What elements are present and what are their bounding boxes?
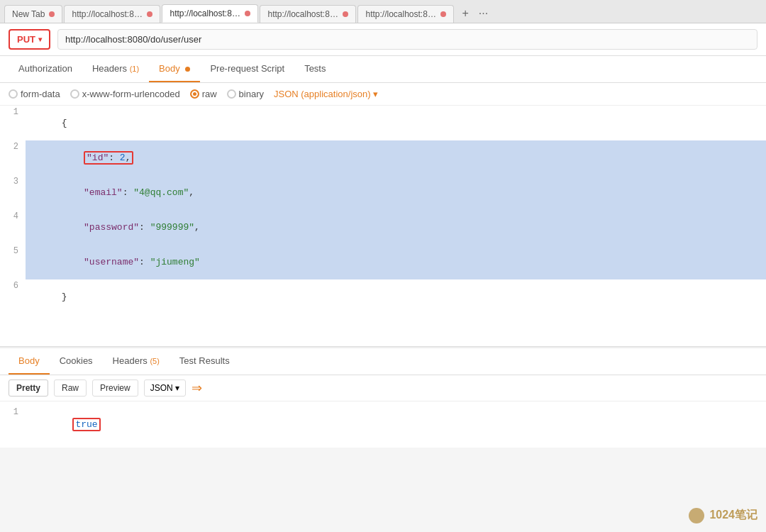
- preview-button[interactable]: Preview: [92, 379, 138, 397]
- code-line-5: 5 "username": "jiumeng": [0, 245, 766, 279]
- url-input[interactable]: [57, 29, 757, 50]
- key-id: "id": [87, 153, 109, 163]
- tab-dot-1: [147, 11, 152, 17]
- comma-3: ,: [189, 187, 194, 198]
- tab-3[interactable]: http://localhost:8080/: [260, 5, 356, 23]
- line-num-2: 2: [0, 140, 26, 152]
- line-content-4: "password": "999999",: [26, 210, 766, 245]
- indent-2: [62, 153, 84, 163]
- code-line-6: 6 }: [0, 279, 766, 314]
- tab-tests[interactable]: Tests: [294, 56, 335, 82]
- json-type-label: JSON (application/json): [274, 89, 371, 99]
- line-num-4: 4: [0, 210, 26, 221]
- tab-1[interactable]: http://localhost:8080/: [64, 5, 160, 23]
- browser-chrome: New Tab http://localhost:8080/ http://lo…: [0, 0, 766, 23]
- line-num-3: 3: [0, 175, 26, 187]
- resp-line-content-1: true: [26, 406, 766, 443]
- raw-button[interactable]: Raw: [54, 379, 87, 397]
- tab-prerequest-label: Pre-request Script: [210, 63, 284, 74]
- option-raw-label: raw: [202, 89, 217, 99]
- option-form-data[interactable]: form-data: [9, 89, 60, 99]
- tab-body-label: Body: [159, 63, 180, 74]
- pretty-button[interactable]: Pretty: [9, 379, 48, 397]
- option-binary-label: binary: [239, 89, 264, 99]
- body-options: form-data x-www-form-urlencoded raw bina…: [0, 83, 766, 106]
- request-tabs: Authorization Headers (1) Body Pre-reque…: [0, 56, 766, 83]
- code-editor[interactable]: 1 { 2 "id": 2, 3 "email": "4@qq.com", 4 …: [0, 106, 766, 347]
- tab-body-dot: [185, 67, 190, 72]
- tab-label-4: http://localhost:8080/: [365, 9, 436, 19]
- key-email: "email": [84, 187, 123, 198]
- option-urlencoded[interactable]: x-www-form-urlencoded: [70, 89, 180, 99]
- resp-tab-body[interactable]: Body: [9, 348, 50, 375]
- tab-authorization[interactable]: Authorization: [9, 56, 82, 82]
- save-response-icon[interactable]: ⇒: [192, 380, 202, 396]
- comma-4: ,: [194, 222, 200, 233]
- line-content-5: "username": "jiumeng": [26, 245, 766, 279]
- json-format-select[interactable]: JSON ▾: [144, 379, 186, 397]
- code-line-2: 2 "id": 2,: [0, 140, 766, 175]
- tab-authorization-label: Authorization: [18, 63, 72, 74]
- json-type-select[interactable]: JSON (application/json) ▾: [274, 89, 378, 99]
- radio-form-data: [9, 89, 18, 99]
- tab-new[interactable]: New Tab: [4, 5, 62, 23]
- resp-tab-cookies[interactable]: Cookies: [50, 348, 103, 375]
- tab-body[interactable]: Body: [149, 56, 200, 82]
- resp-tab-body-label: Body: [18, 355, 40, 366]
- option-form-data-label: form-data: [21, 89, 60, 99]
- colon-4: :: [139, 222, 150, 233]
- resp-tab-headers-badge: (5): [150, 357, 159, 365]
- id-box: "id": 2,: [84, 151, 133, 165]
- tab-headers[interactable]: Headers (1): [82, 56, 149, 82]
- response-tabs: Body Cookies Headers (5) Test Results: [0, 348, 766, 375]
- tab-4[interactable]: http://localhost:8080/: [357, 5, 454, 23]
- brace-close: }: [62, 292, 67, 302]
- add-tab-button[interactable]: +: [458, 6, 472, 21]
- line-content-6: }: [26, 279, 766, 314]
- code-line-3: 3 "email": "4@qq.com",: [0, 175, 766, 210]
- response-toolbar: Pretty Raw Preview JSON ▾ ⇒: [0, 375, 766, 401]
- json-type-chevron-icon: ▾: [373, 89, 378, 99]
- tab-dot-2: [245, 11, 250, 16]
- method-button[interactable]: PUT ▾: [9, 29, 50, 50]
- resp-tab-results[interactable]: Test Results: [170, 348, 240, 375]
- code-line-4: 4 "password": "999999",: [0, 210, 766, 245]
- colon-3: :: [123, 187, 134, 198]
- option-binary[interactable]: binary: [227, 89, 264, 99]
- indent-3: [62, 187, 84, 198]
- option-urlencoded-label: x-www-form-urlencoded: [82, 89, 180, 99]
- json-format-label: JSON: [150, 383, 173, 393]
- resp-line-1: 1 true: [0, 406, 766, 443]
- option-raw[interactable]: raw: [190, 89, 217, 99]
- line-num-6: 6: [0, 279, 26, 291]
- line-content-2: "id": 2,: [26, 140, 766, 175]
- indent-4: [62, 222, 84, 233]
- resp-tab-headers[interactable]: Headers (5): [103, 348, 170, 375]
- tab-label-3: http://localhost:8080/: [267, 9, 338, 19]
- tab-label-2: http://localhost:8080/: [170, 9, 240, 18]
- tab-headers-label: Headers: [92, 63, 127, 74]
- tab-label-1: http://localhost:8080/: [72, 9, 143, 19]
- tab-dot-new: [49, 11, 55, 17]
- brace-open: {: [62, 118, 67, 128]
- more-tabs-button[interactable]: ···: [475, 6, 492, 21]
- tab-dot-4: [440, 11, 446, 17]
- response-body: 1 true: [0, 401, 766, 448]
- comma-2: ,: [126, 153, 131, 163]
- val-email: "4@qq.com": [133, 187, 189, 198]
- radio-urlencoded: [70, 89, 79, 99]
- radio-binary: [227, 89, 236, 99]
- val-username: "jiumeng": [150, 257, 200, 267]
- key-username: "username": [84, 257, 139, 267]
- tab-dot-3: [343, 11, 348, 17]
- tab-label-0: New Tab: [12, 9, 45, 19]
- colon-2: :: [109, 153, 120, 163]
- resp-tab-headers-label: Headers: [113, 355, 148, 366]
- tab-prerequest[interactable]: Pre-request Script: [200, 56, 294, 82]
- url-bar: PUT ▾: [0, 23, 766, 56]
- val-id: 2: [120, 153, 126, 163]
- tab-2[interactable]: http://localhost:8080/: [162, 4, 258, 23]
- code-line-1: 1 {: [0, 106, 766, 140]
- tab-tests-label: Tests: [304, 63, 326, 74]
- json-format-chevron-icon: ▾: [175, 383, 179, 393]
